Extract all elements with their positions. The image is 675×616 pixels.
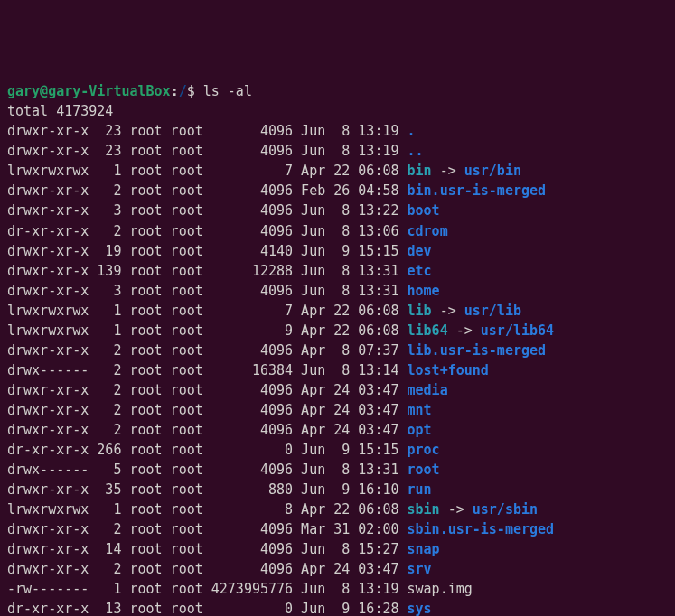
file-name: bin bbox=[408, 163, 432, 179]
total-line: total 4173924 bbox=[7, 101, 668, 121]
file-name: srv bbox=[408, 561, 432, 577]
file-meta: dr-xr-xr-x 2 root root 4096 Jun 8 13:06 bbox=[7, 223, 408, 239]
file-meta: lrwxrwxrwx 1 root root 9 Apr 22 06:08 bbox=[7, 322, 408, 339]
list-item: dr-xr-xr-x 2 root root 4096 Jun 8 13:06 … bbox=[7, 221, 668, 241]
prompt-colon: : bbox=[171, 83, 179, 99]
file-meta: drwxr-xr-x 2 root root 4096 Apr 24 03:47 bbox=[7, 422, 408, 438]
list-item: lrwxrwxrwx 1 root root 7 Apr 22 06:08 li… bbox=[7, 301, 668, 321]
list-item: drwxr-xr-x 2 root root 4096 Apr 24 03:47… bbox=[7, 380, 668, 400]
file-name: root bbox=[408, 462, 440, 478]
list-item: dr-xr-xr-x 13 root root 0 Jun 9 16:28 sy… bbox=[7, 599, 668, 616]
file-name: swap.img bbox=[408, 581, 473, 597]
list-item: drwxr-xr-x 3 root root 4096 Jun 8 13:31 … bbox=[7, 281, 668, 301]
symlink-target: usr/sbin bbox=[473, 501, 538, 518]
file-name: lost+found bbox=[408, 362, 489, 378]
list-item: drwxr-xr-x 3 root root 4096 Jun 8 13:22 … bbox=[7, 201, 668, 220]
list-item: drwxr-xr-x 19 root root 4140 Jun 9 15:15… bbox=[7, 241, 668, 261]
file-name: proc bbox=[408, 442, 440, 458]
file-meta: drwxr-xr-x 23 root root 4096 Jun 8 13:19 bbox=[7, 123, 408, 139]
prompt-path: / bbox=[179, 83, 187, 99]
file-name: sbin bbox=[408, 501, 440, 518]
file-meta: lrwxrwxrwx 1 root root 8 Apr 22 06:08 bbox=[7, 501, 408, 518]
file-meta: drwxr-xr-x 3 root root 4096 Jun 8 13:22 bbox=[7, 202, 408, 219]
file-meta: dr-xr-xr-x 13 root root 0 Jun 9 16:28 bbox=[7, 601, 408, 616]
list-item: -rw------- 1 root root 4273995776 Jun 8 … bbox=[7, 579, 668, 599]
file-name: home bbox=[408, 283, 440, 299]
file-meta: drwxr-xr-x 2 root root 4096 Apr 24 03:47 bbox=[7, 382, 408, 398]
file-listing: drwxr-xr-x 23 root root 4096 Jun 8 13:19… bbox=[7, 121, 668, 616]
file-name: dev bbox=[408, 243, 432, 259]
list-item: drwx------ 5 root root 4096 Jun 8 13:31 … bbox=[7, 460, 668, 480]
prompt-dollar: $ bbox=[187, 83, 195, 99]
file-name: .. bbox=[408, 143, 424, 159]
command-text: ls -al bbox=[203, 83, 252, 99]
file-name: cdrom bbox=[408, 223, 448, 239]
list-item: drwxr-xr-x 2 root root 4096 Mar 31 02:00… bbox=[7, 519, 668, 539]
file-meta: -rw------- 1 root root 4273995776 Jun 8 … bbox=[7, 581, 408, 597]
list-item: drwxr-xr-x 23 root root 4096 Jun 8 13:19… bbox=[7, 141, 668, 161]
list-item: drwxr-xr-x 14 root root 4096 Jun 8 15:27… bbox=[7, 539, 668, 559]
file-meta: drwxr-xr-x 2 root root 4096 Apr 24 03:47 bbox=[7, 561, 408, 577]
symlink-arrow: -> bbox=[432, 303, 464, 319]
file-meta: drwxr-xr-x 2 root root 4096 Feb 26 04:58 bbox=[7, 182, 408, 199]
list-item: drwxr-xr-x 35 root root 880 Jun 9 16:10 … bbox=[7, 480, 668, 499]
file-meta: drwxr-xr-x 19 root root 4140 Jun 9 15:15 bbox=[7, 243, 408, 259]
file-meta: drwxr-xr-x 2 root root 4096 Mar 31 02:00 bbox=[7, 521, 408, 537]
file-meta: lrwxrwxrwx 1 root root 7 Apr 22 06:08 bbox=[7, 303, 408, 319]
file-meta: drwxr-xr-x 2 root root 4096 Apr 8 07:37 bbox=[7, 342, 408, 359]
list-item: lrwxrwxrwx 1 root root 7 Apr 22 06:08 bi… bbox=[7, 161, 668, 181]
list-item: drwxr-xr-x 2 root root 4096 Apr 24 03:47… bbox=[7, 400, 668, 420]
file-meta: dr-xr-xr-x 266 root root 0 Jun 9 15:15 bbox=[7, 442, 408, 458]
file-name: mnt bbox=[408, 402, 432, 418]
file-name: bin.usr-is-merged bbox=[408, 182, 547, 199]
symlink-target: usr/lib64 bbox=[481, 322, 554, 339]
symlink-target: usr/bin bbox=[464, 163, 521, 179]
terminal-output[interactable]: gary@gary-VirtualBox:/$ ls -altotal 4173… bbox=[7, 81, 668, 616]
file-name: sbin.usr-is-merged bbox=[408, 521, 555, 537]
symlink-arrow: -> bbox=[440, 501, 473, 518]
file-meta: drwxr-xr-x 139 root root 12288 Jun 8 13:… bbox=[7, 263, 408, 279]
list-item: lrwxrwxrwx 1 root root 9 Apr 22 06:08 li… bbox=[7, 321, 668, 341]
symlink-arrow: -> bbox=[448, 322, 481, 339]
prompt-line-1: gary@gary-VirtualBox:/$ ls -al bbox=[7, 81, 668, 101]
file-name: etc bbox=[408, 263, 432, 279]
file-name: sys bbox=[408, 601, 432, 616]
list-item: drwx------ 2 root root 16384 Jun 8 13:14… bbox=[7, 360, 668, 380]
list-item: drwxr-xr-x 2 root root 4096 Feb 26 04:58… bbox=[7, 181, 668, 201]
file-meta: lrwxrwxrwx 1 root root 7 Apr 22 06:08 bbox=[7, 163, 408, 179]
file-name: lib.usr-is-merged bbox=[408, 342, 547, 359]
file-name: . bbox=[408, 123, 416, 139]
file-name: lib64 bbox=[408, 322, 448, 339]
file-name: snap bbox=[408, 541, 440, 557]
file-meta: drwxr-xr-x 14 root root 4096 Jun 8 15:27 bbox=[7, 541, 408, 557]
file-meta: drwx------ 5 root root 4096 Jun 8 13:31 bbox=[7, 462, 408, 478]
list-item: lrwxrwxrwx 1 root root 8 Apr 22 06:08 sb… bbox=[7, 499, 668, 519]
file-name: opt bbox=[408, 422, 432, 438]
list-item: drwxr-xr-x 23 root root 4096 Jun 8 13:19… bbox=[7, 121, 668, 141]
file-name: media bbox=[408, 382, 448, 398]
symlink-target: usr/lib bbox=[464, 303, 521, 319]
list-item: drwxr-xr-x 2 root root 4096 Apr 24 03:47… bbox=[7, 420, 668, 440]
list-item: drwxr-xr-x 2 root root 4096 Apr 24 03:47… bbox=[7, 559, 668, 579]
file-name: run bbox=[408, 481, 432, 498]
prompt-user: gary@gary-VirtualBox bbox=[7, 83, 171, 99]
list-item: dr-xr-xr-x 266 root root 0 Jun 9 15:15 p… bbox=[7, 440, 668, 460]
file-meta: drwxr-xr-x 23 root root 4096 Jun 8 13:19 bbox=[7, 143, 408, 159]
file-name: boot bbox=[408, 202, 440, 219]
file-name: lib bbox=[408, 303, 432, 319]
file-meta: drwxr-xr-x 3 root root 4096 Jun 8 13:31 bbox=[7, 283, 408, 299]
file-meta: drwx------ 2 root root 16384 Jun 8 13:14 bbox=[7, 362, 408, 378]
file-meta: drwxr-xr-x 2 root root 4096 Apr 24 03:47 bbox=[7, 402, 408, 418]
list-item: drwxr-xr-x 139 root root 12288 Jun 8 13:… bbox=[7, 261, 668, 281]
symlink-arrow: -> bbox=[432, 163, 464, 179]
list-item: drwxr-xr-x 2 root root 4096 Apr 8 07:37 … bbox=[7, 341, 668, 360]
file-meta: drwxr-xr-x 35 root root 880 Jun 9 16:10 bbox=[7, 481, 408, 498]
